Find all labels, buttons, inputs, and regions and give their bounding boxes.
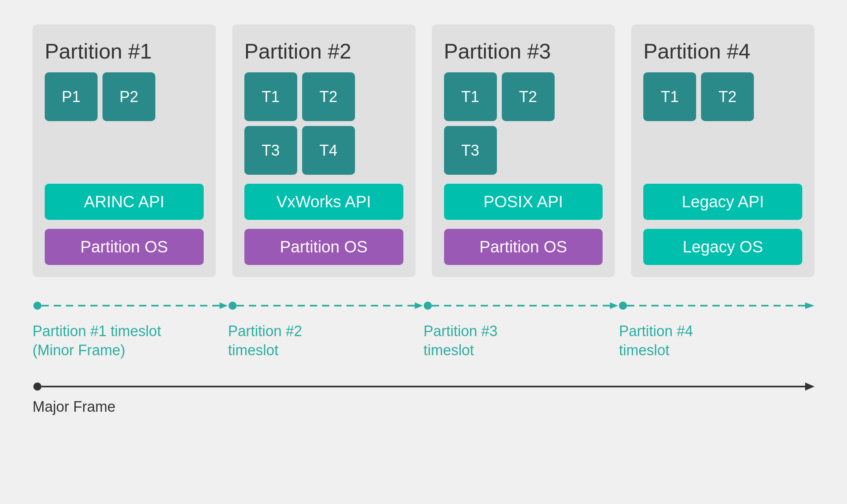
- tasks-area-1: P1P2: [45, 72, 204, 175]
- svg-point-0: [33, 302, 41, 310]
- task-block-4-1-1: T1: [643, 72, 696, 121]
- task-row-1-1: P1P2: [45, 72, 204, 121]
- tasks-area-4: T1T2: [643, 72, 802, 175]
- partition-title-4: Partition #4: [643, 39, 802, 63]
- svg-marker-5: [415, 302, 423, 309]
- task-block-2-2-1: T3: [244, 126, 297, 175]
- task-row-3-2: T3: [444, 126, 603, 175]
- api-bar-4: Legacy API: [643, 184, 802, 220]
- os-bar-4: Legacy OS: [643, 229, 802, 265]
- main-container: Partition #1P1P2ARINC APIPartition OSPar…: [0, 0, 847, 504]
- major-frame-line: [33, 380, 814, 393]
- partition-box-1: Partition #1P1P2ARINC APIPartition OS: [33, 24, 216, 277]
- partition-title-2: Partition #2: [244, 39, 403, 63]
- dashed-timeline: [33, 298, 814, 314]
- api-bar-1: ARINC API: [45, 184, 204, 220]
- task-block-2-2-2: T4: [302, 126, 355, 175]
- svg-marker-11: [805, 302, 814, 309]
- os-bar-1: Partition OS: [45, 229, 204, 265]
- os-bar-2: Partition OS: [244, 229, 403, 265]
- task-block-1-1-2: P2: [102, 72, 155, 121]
- svg-point-12: [33, 382, 41, 391]
- tasks-area-3: T1T2T3: [444, 72, 603, 175]
- os-bar-3: Partition OS: [444, 229, 603, 265]
- api-bar-2: VxWorks API: [244, 184, 403, 220]
- task-block-3-1-1: T1: [444, 72, 497, 121]
- timeslot-label-1: Partition #1 timeslot (Minor Frame): [33, 322, 228, 360]
- partition-title-1: Partition #1: [45, 39, 204, 63]
- timeslot-label-3: Partition #3 timeslot: [424, 322, 619, 360]
- partition-box-4: Partition #4T1T2Legacy APILegacy OS: [631, 24, 814, 277]
- task-block-4-1-2: T2: [701, 72, 754, 121]
- svg-marker-2: [220, 302, 228, 309]
- partition-box-2: Partition #2T1T2T3T4VxWorks APIPartition…: [232, 24, 416, 277]
- timeslot-label-4: Partition #4 timeslot: [619, 322, 814, 360]
- api-bar-3: POSIX API: [444, 184, 603, 220]
- task-block-2-1-2: T2: [302, 72, 355, 121]
- svg-marker-8: [610, 302, 618, 309]
- tasks-area-2: T1T2T3T4: [244, 72, 403, 175]
- partitions-row: Partition #1P1P2ARINC APIPartition OSPar…: [33, 24, 814, 277]
- task-row-2-2: T3T4: [244, 126, 403, 175]
- timeslot-labels: Partition #1 timeslot (Minor Frame)Parti…: [33, 322, 814, 360]
- task-block-3-1-2: T2: [502, 72, 555, 121]
- partition-title-3: Partition #3: [444, 39, 603, 63]
- task-row-4-1: T1T2: [643, 72, 802, 121]
- major-frame-section: Major Frame: [33, 380, 814, 415]
- task-block-1-1-1: P1: [45, 72, 98, 121]
- timeslot-label-2: Partition #2 timeslot: [228, 322, 424, 360]
- timeline-section: Partition #1 timeslot (Minor Frame)Parti…: [33, 298, 814, 360]
- task-block-3-2-1: T3: [444, 126, 497, 175]
- partition-box-3: Partition #3T1T2T3POSIX APIPartition OS: [432, 24, 615, 277]
- svg-marker-14: [805, 382, 814, 391]
- svg-point-3: [229, 302, 237, 310]
- svg-point-9: [619, 302, 627, 310]
- task-row-2-1: T1T2: [244, 72, 403, 121]
- svg-point-6: [424, 302, 432, 310]
- major-frame-label: Major Frame: [33, 398, 814, 415]
- task-block-2-1-1: T1: [244, 72, 297, 121]
- task-row-3-1: T1T2: [444, 72, 603, 121]
